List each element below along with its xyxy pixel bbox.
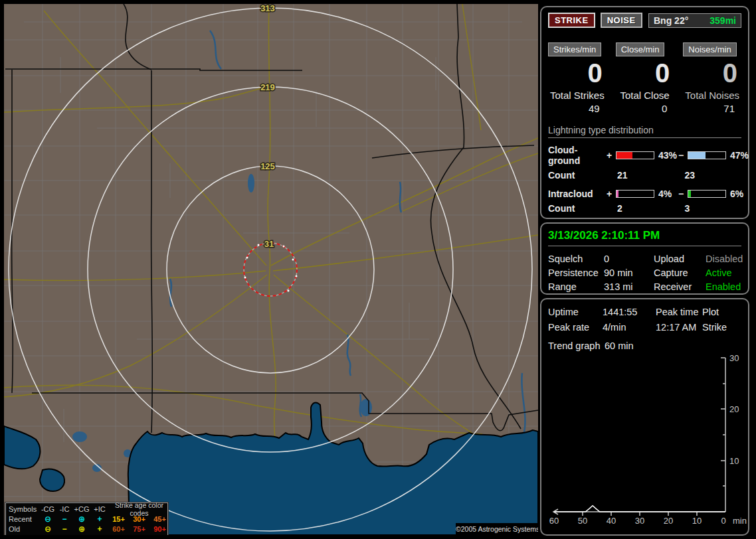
xtick-20: 20 [664, 516, 673, 526]
xtick-10: 10 [692, 516, 702, 526]
neg-cg-recent-icon: ⊖ [39, 514, 56, 524]
xtick-40: 40 [607, 516, 616, 526]
neg-ic-old-icon: − [56, 524, 72, 534]
upload-label: Upload [654, 252, 706, 266]
uptime-label: Uptime [548, 305, 603, 320]
status-panel: 3/13/2026 2:10:11 PM Squelch 0 Upload Di… [540, 222, 749, 295]
ring-label-219: 219 [260, 82, 275, 92]
count-label: Count [548, 170, 607, 181]
ytick-20: 20 [729, 404, 739, 414]
trend-axes [553, 358, 725, 516]
close-per-min-chip[interactable]: Close/min [616, 42, 665, 56]
ic-negative-count: 3 [674, 203, 742, 214]
ic-negative-bar-fill [688, 191, 691, 197]
age-15: 15+ [108, 515, 129, 523]
cloud-ground-row: Cloud-ground + 43% − 47% [548, 145, 741, 166]
total-close-label: Total Close [616, 90, 674, 101]
persistence-label: Persistence [548, 266, 604, 280]
range-value: 359mi [709, 15, 736, 26]
range-setting-value: 313 mi [604, 280, 654, 294]
intracloud-label: Intracloud [548, 189, 607, 199]
map-canvas: 313 219 125 31 [4, 4, 538, 535]
legend-col-pos-cg: +CG [72, 505, 91, 513]
legend-col-neg-cg: -CG [39, 505, 56, 513]
legend-col-pos-ic: +IC [91, 505, 108, 513]
minus-sign: − [678, 189, 688, 199]
age-60: 60+ [108, 525, 129, 533]
trend-tick-labels: 30 20 10 60 50 40 30 20 10 0 min [549, 353, 747, 526]
strike-stats-panel: STRIKE NOISE Bng 22° 359mi Strikes/min 0… [540, 6, 749, 219]
ring-label-125: 125 [260, 161, 275, 171]
cg-positive-pct: 43% [654, 150, 678, 161]
plus-sign: + [607, 189, 616, 199]
peak-time-label: Peak time [656, 305, 702, 320]
strikes-per-min-chip[interactable]: Strikes/min [548, 42, 601, 56]
age-75: 75+ [129, 525, 149, 533]
ring-label-313: 313 [260, 4, 275, 13]
pos-cg-recent-icon: ⊕ [72, 514, 91, 524]
intracloud-row: Intracloud + 4% − 6% [548, 189, 741, 199]
neg-ic-recent-icon: − [56, 514, 72, 524]
pos-ic-old-icon: + [91, 524, 108, 534]
pos-ic-recent-icon: + [91, 514, 108, 524]
plus-sign: + [607, 150, 616, 161]
peak-rate-label: Peak rate [548, 320, 603, 335]
strike-legend: Symbols -CG -IC +CG +IC Strike age color… [5, 502, 168, 535]
legend-col-neg-ic: -IC [56, 505, 72, 513]
age-30: 30+ [129, 515, 149, 523]
noise-toggle-button[interactable]: NOISE [601, 13, 642, 28]
strikes-column: Strikes/min 0 Total Strikes 49 [548, 42, 607, 114]
xtick-0: 0 [721, 516, 725, 526]
count-label: Count [548, 203, 607, 214]
cloud-ground-label: Cloud-ground [548, 145, 607, 166]
bearing-value: Bng 22° [654, 15, 688, 26]
noises-column: Noises/min 0 Total Noises 71 [683, 42, 741, 114]
cg-positive-bar-fill [616, 152, 632, 159]
uptime-value: 1441:55 [603, 305, 656, 320]
cg-negative-bar-fill [688, 152, 706, 159]
pos-cg-old-icon: ⊕ [72, 524, 91, 534]
ic-positive-pct: 4% [654, 189, 678, 199]
ytick-30: 30 [729, 353, 739, 363]
cg-positive-count: 21 [607, 170, 674, 181]
trend-graph-chart: 30 20 10 60 50 40 30 20 10 0 min [543, 352, 747, 533]
strikes-per-min-value: 0 [548, 58, 607, 88]
total-strikes-value: 49 [548, 103, 607, 114]
receiver-status: Enabled [706, 280, 743, 294]
total-close-value: 0 [616, 103, 674, 114]
age-90: 90+ [149, 525, 170, 533]
plot-mode-value: Strike [702, 320, 741, 335]
ic-positive-bar-fill [616, 191, 618, 197]
cg-negative-pct: 47% [726, 150, 749, 161]
intracloud-count-row: Count 2 3 [548, 203, 741, 214]
cg-negative-count: 23 [674, 170, 742, 181]
ic-negative-pct: 6% [726, 189, 743, 199]
xtick-60: 60 [549, 516, 559, 526]
ring-label-31: 31 [264, 239, 274, 249]
strike-toggle-button[interactable]: STRIKE [548, 13, 595, 28]
squelch-value: 0 [604, 252, 654, 266]
noises-per-min-chip[interactable]: Noises/min [683, 42, 736, 56]
total-noises-label: Total Noises [683, 90, 741, 101]
squelch-label: Squelch [548, 252, 604, 266]
divider [548, 137, 741, 138]
legend-symbols-header: Symbols [9, 505, 39, 513]
cg-negative-bar [688, 151, 726, 159]
xtick-30: 30 [635, 516, 644, 526]
trend-line [554, 506, 725, 512]
age-45: 45+ [149, 515, 170, 523]
cloud-ground-count-row: Count 21 23 [548, 170, 741, 181]
plot-label: Plot [702, 305, 741, 320]
capture-label: Capture [654, 266, 706, 280]
minus-sign: − [678, 150, 688, 161]
persistence-value: 90 min [604, 266, 654, 280]
close-per-min-value: 0 [616, 58, 674, 88]
range-label: Range [548, 280, 604, 294]
total-noises-value: 71 [683, 103, 741, 114]
ic-negative-bar [688, 190, 726, 198]
legend-row-old-label: Old [9, 525, 39, 533]
xtick-50: 50 [578, 516, 587, 526]
cg-positive-bar [616, 151, 654, 159]
datetime-display: 3/13/2026 2:10:11 PM [548, 229, 741, 246]
upload-status: Disabled [706, 252, 743, 266]
